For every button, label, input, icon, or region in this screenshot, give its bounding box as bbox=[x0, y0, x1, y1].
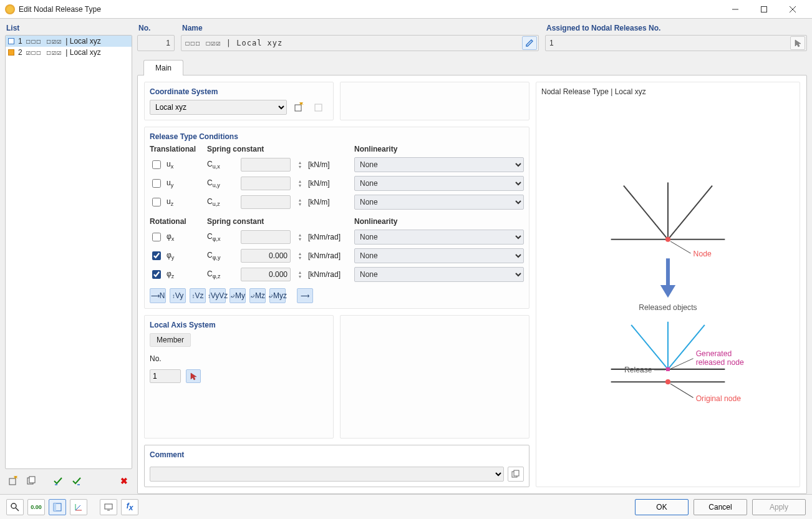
unit: [kN/m] bbox=[308, 179, 352, 188]
spring-heading2: Spring constant bbox=[207, 217, 352, 226]
svg-line-33 bbox=[16, 508, 19, 511]
cphix-input[interactable] bbox=[241, 230, 291, 244]
cphix-label: Cφ,x bbox=[207, 232, 238, 242]
nonlinearity-heading: Nonlinearity bbox=[354, 145, 524, 153]
spinner[interactable] bbox=[296, 268, 304, 281]
phiy-nonlinearity[interactable]: None bbox=[354, 248, 524, 263]
tab-main[interactable]: Main bbox=[143, 60, 183, 75]
phiz-checkbox[interactable]: φz bbox=[150, 268, 205, 281]
svg-line-31 bbox=[670, 384, 694, 397]
name-field[interactable]: ☐☐☐ ☐☑☑ | Local xyz bbox=[181, 35, 539, 51]
list-item[interactable]: 1 ☐☐☐ ☐☑☑ | Local xyz bbox=[6, 36, 132, 47]
svg-rect-35 bbox=[54, 503, 56, 511]
group-title: Coordinate System bbox=[150, 87, 328, 96]
member-chip[interactable]: Member bbox=[150, 333, 191, 347]
view-button[interactable] bbox=[49, 499, 66, 515]
no-field[interactable]: 1 bbox=[137, 35, 175, 51]
pick-member-button[interactable] bbox=[186, 369, 201, 383]
phix-nonlinearity[interactable]: None bbox=[354, 230, 524, 245]
help-button[interactable] bbox=[6, 499, 24, 515]
group-title: Local Axis System bbox=[150, 321, 328, 329]
cphiy-input[interactable] bbox=[241, 249, 291, 263]
spinner[interactable] bbox=[296, 249, 304, 263]
ok-button[interactable]: OK bbox=[635, 499, 689, 515]
svg-line-18 bbox=[670, 241, 690, 253]
preset-mz[interactable]: ⤾Mz bbox=[249, 288, 266, 303]
cancel-button[interactable]: Cancel bbox=[694, 499, 747, 515]
comment-input[interactable] bbox=[150, 467, 504, 482]
cuz-input[interactable] bbox=[241, 195, 291, 209]
misc-button-1[interactable] bbox=[100, 499, 117, 515]
uz-checkbox[interactable]: uz bbox=[150, 196, 205, 208]
svg-point-27 bbox=[665, 379, 670, 384]
edit-coord-button[interactable] bbox=[311, 100, 327, 115]
new-coord-button[interactable]: ✶ bbox=[291, 100, 307, 115]
delete-button[interactable]: ✖ bbox=[116, 473, 132, 488]
apply-button[interactable]: Apply bbox=[752, 499, 806, 515]
label-released-objects: Released objects bbox=[639, 303, 697, 312]
list-item-label: | Local xyz bbox=[65, 37, 100, 46]
spinner[interactable] bbox=[296, 177, 304, 190]
uy-nonlinearity[interactable]: None bbox=[354, 176, 524, 191]
uy-checkbox[interactable]: uy bbox=[150, 177, 205, 190]
name-label: Name bbox=[181, 24, 539, 32]
preset-myz[interactable]: ⤾Myz bbox=[269, 288, 286, 303]
axes-button[interactable] bbox=[70, 499, 87, 515]
phiy-checkbox[interactable]: φy bbox=[150, 250, 205, 262]
nodal-release-diagram: Node Released objects bbox=[541, 99, 795, 482]
screen-icon bbox=[104, 502, 114, 512]
svg-marker-20 bbox=[660, 285, 675, 298]
comment-group: Comment bbox=[144, 445, 529, 487]
ux-checkbox[interactable]: ux bbox=[150, 158, 205, 171]
cux-input[interactable] bbox=[241, 158, 291, 172]
member-no-input[interactable] bbox=[150, 369, 181, 383]
cphiz-input[interactable] bbox=[241, 268, 291, 281]
svg-point-32 bbox=[11, 503, 16, 508]
ux-nonlinearity[interactable]: None bbox=[354, 157, 524, 172]
spinner[interactable] bbox=[296, 195, 304, 209]
unit: [kN/m] bbox=[308, 198, 352, 206]
new-button[interactable]: ✶ bbox=[5, 473, 21, 488]
svg-line-23 bbox=[631, 325, 668, 369]
preset-vz[interactable]: ↕Vz bbox=[190, 288, 206, 303]
close-button[interactable] bbox=[778, 0, 807, 19]
type-list[interactable]: 1 ☐☐☐ ☐☑☑ | Local xyz 2 ☑☐☐ ☐☑☑ | Local … bbox=[5, 35, 132, 469]
color-swatch bbox=[8, 49, 14, 56]
preset-vy[interactable]: ↕Vy bbox=[170, 288, 186, 303]
phix-checkbox[interactable]: φx bbox=[150, 231, 205, 243]
preset-vyvz[interactable]: ↕VyVz bbox=[210, 288, 226, 303]
phiz-nonlinearity[interactable]: None bbox=[354, 267, 524, 282]
preset-reset[interactable]: ⟶ bbox=[297, 288, 313, 303]
minimize-button[interactable] bbox=[721, 0, 750, 19]
magnifier-icon bbox=[10, 502, 20, 512]
unit: [kNm/rad] bbox=[308, 270, 352, 279]
check-in-button[interactable] bbox=[50, 473, 66, 488]
release-conditions-group: Release Type Conditions Translational Sp… bbox=[144, 127, 529, 309]
translational-heading: Translational bbox=[150, 145, 205, 153]
units-button[interactable]: 0.00 bbox=[27, 499, 45, 515]
edit-name-button[interactable] bbox=[522, 36, 537, 50]
color-swatch bbox=[8, 38, 14, 44]
cursor-icon bbox=[793, 39, 802, 47]
cuz-label: Cu,z bbox=[207, 197, 238, 207]
cuy-input[interactable] bbox=[241, 177, 291, 190]
group-title: Release Type Conditions bbox=[150, 132, 524, 141]
spinner[interactable] bbox=[296, 158, 304, 172]
placeholder-group-bottom bbox=[340, 315, 529, 439]
copy-button[interactable] bbox=[24, 473, 40, 488]
misc-button-2[interactable]: fx bbox=[121, 499, 138, 515]
check-out-button[interactable] bbox=[69, 473, 85, 488]
assigned-field[interactable]: 1 bbox=[545, 35, 807, 51]
preset-n[interactable]: ⟶N bbox=[150, 288, 166, 303]
list-item-label: | Local xyz bbox=[65, 48, 100, 57]
uz-nonlinearity[interactable]: None bbox=[354, 195, 524, 210]
unit: [kNm/rad] bbox=[308, 251, 352, 260]
list-item-flags: ☐☐☐ ☐☑☑ bbox=[26, 37, 62, 46]
spinner[interactable] bbox=[296, 230, 304, 244]
pick-assigned-button[interactable] bbox=[790, 36, 805, 50]
preset-my[interactable]: ⤾My bbox=[230, 288, 246, 303]
maximize-button[interactable] bbox=[750, 0, 778, 19]
comment-copy-button[interactable] bbox=[508, 467, 524, 482]
coordinate-system-select[interactable]: Local xyz bbox=[150, 100, 287, 115]
list-item[interactable]: 2 ☑☐☐ ☐☑☑ | Local xyz bbox=[6, 47, 132, 58]
